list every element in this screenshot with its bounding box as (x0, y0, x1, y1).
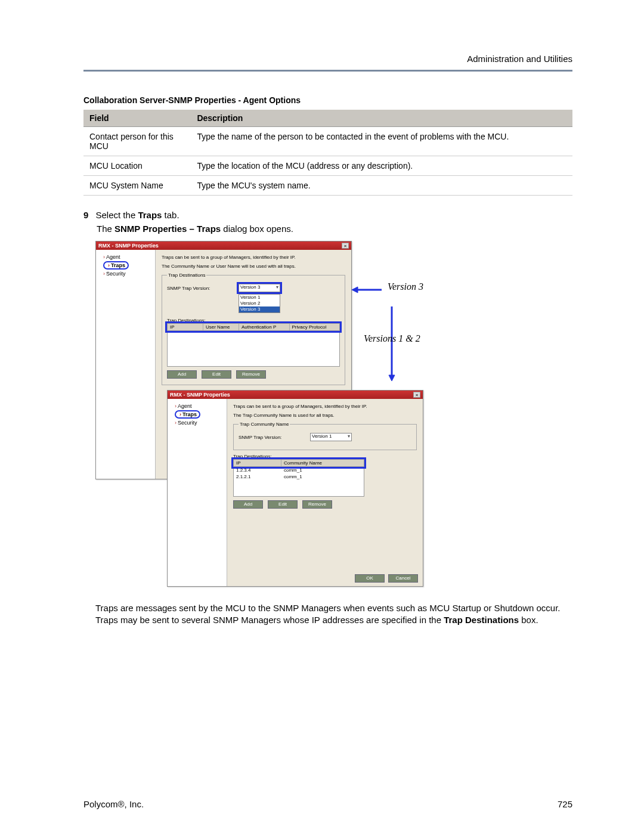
trap-destinations-label: Trap Destinations: (233, 454, 417, 459)
trap-table-body[interactable] (167, 331, 340, 367)
edit-button[interactable]: Edit (202, 370, 231, 379)
svg-marker-1 (352, 287, 358, 293)
trap-table-header: IP Community Name (233, 459, 364, 467)
window-titlebar: RMX - SNMP Properties × (96, 241, 351, 250)
remove-button[interactable]: Remove (302, 500, 332, 509)
table-row: MCU System Name Type the MCU's system na… (83, 176, 572, 196)
info-line-2: The Trap Community Name is used for all … (233, 413, 417, 418)
screenshot-composite: RMX - SNMP Properties × ›Agent ›Traps ›S… (95, 241, 513, 593)
trap-table-header: IP User Name Authentication P Privacy Pr… (167, 323, 340, 331)
nav-sidebar: ›Agent ›Traps ›Security (96, 250, 156, 479)
nav-security[interactable]: ›Security (98, 270, 153, 277)
nav-traps-label: Traps (182, 411, 197, 417)
nav-agent-label: Agent (178, 403, 192, 409)
trap-destinations-fieldset: Trap Destinations SNMP Trap Version: Ver… (162, 272, 345, 385)
nav-agent[interactable]: ›Agent (170, 402, 224, 410)
dialog-content: Traps can be sent to a group of Managers… (227, 399, 423, 586)
window-title: RMX - SNMP Properties (98, 243, 159, 249)
edit-button[interactable]: Edit (268, 500, 298, 509)
add-button[interactable]: Add (167, 370, 197, 379)
col-user: User Name (203, 324, 239, 330)
para-text: box. (519, 615, 538, 625)
col-ip: IP (234, 460, 281, 466)
remove-button[interactable]: Remove (236, 370, 266, 379)
cell-comm: comm_1 (281, 467, 364, 473)
cancel-button[interactable]: Cancel (388, 574, 418, 583)
col-auth: Authentication P (239, 324, 290, 330)
cell-field: MCU System Name (83, 176, 191, 196)
snmp-properties-window-v1: RMX - SNMP Properties × ›Agent ›Traps ›S… (167, 390, 423, 587)
table-row[interactable]: 2.1.2.1 comm_1 (234, 473, 364, 480)
close-icon[interactable]: × (413, 392, 420, 398)
step-text-pre: Select the (96, 210, 138, 220)
info-line-1: Traps can be sent to a group of Managers… (233, 404, 417, 409)
snmp-trap-version-label: SNMP Trap Version: (167, 286, 233, 291)
cell-comm: comm_1 (281, 473, 364, 480)
version-option-selected[interactable]: Version 3 (239, 306, 280, 312)
table-row: MCU Location Type the location of the MC… (83, 156, 572, 176)
version-option[interactable]: Version 1 (239, 295, 280, 301)
table-title: Collaboration Server-SNMP Properties - A… (83, 95, 572, 105)
footer-page: 725 (558, 799, 572, 809)
snmp-trap-version-select[interactable]: Version 1 (310, 433, 352, 441)
chevron-right-icon: › (175, 420, 177, 426)
trap-community-fieldset: Trap Community Name SNMP Trap Version: V… (233, 422, 417, 450)
window-title: RMX - SNMP Properties (170, 392, 230, 398)
traps-paragraph: Traps are messages sent by the MCU to th… (95, 602, 572, 627)
trap-table-body[interactable]: 1.2.3.4 comm_1 2.1.2.1 comm_1 (233, 467, 364, 497)
nav-sidebar: ›Agent ›Traps ›Security (168, 399, 227, 586)
chevron-right-icon: › (175, 403, 177, 409)
window-titlebar: RMX - SNMP Properties × (168, 391, 423, 399)
chevron-right-icon: › (103, 271, 105, 277)
trap-destinations-label: Trap Destinations: (167, 318, 340, 323)
arrow-left-icon (352, 286, 382, 294)
step-9: 9 Select the Traps tab. (83, 210, 572, 220)
section-header: Administration and Utilities (83, 54, 572, 64)
step-sub-post: dialog box opens. (221, 224, 293, 234)
chevron-right-icon: › (108, 262, 110, 268)
snmp-trap-version-label: SNMP Trap Version: (239, 435, 304, 440)
version-option[interactable]: Version 2 (239, 301, 280, 306)
col-description: Description (191, 110, 572, 127)
nav-security[interactable]: ›Security (170, 419, 224, 426)
fieldset-legend: Trap Community Name (239, 422, 290, 427)
svg-marker-3 (389, 375, 395, 381)
nav-agent-label: Agent (106, 254, 120, 260)
header-divider (83, 70, 572, 72)
col-community: Community Name (281, 460, 364, 466)
table-row[interactable]: 1.2.3.4 comm_1 (234, 467, 364, 473)
cell-ip: 1.2.3.4 (234, 467, 281, 473)
step-text-bold: Traps (138, 210, 162, 220)
col-field: Field (83, 110, 191, 127)
step-sub-bold: SNMP Properties – Traps (114, 224, 221, 234)
version-dropdown-list[interactable]: Version 1 Version 2 Version 3 (239, 294, 280, 313)
para-bold: Trap Destinations (444, 615, 519, 625)
nav-security-label: Security (178, 420, 197, 426)
info-line-2: The Community Name or User Name will be … (162, 264, 345, 269)
nav-traps[interactable]: ›Traps (98, 261, 153, 270)
annotation-v3: Version 3 (388, 281, 423, 292)
step-number: 9 (83, 210, 88, 220)
nav-traps-label: Traps (111, 262, 125, 268)
page-footer: Polycom®, Inc. 725 (83, 799, 572, 809)
chevron-right-icon: › (103, 254, 105, 260)
footer-company: Polycom®, Inc. (83, 799, 144, 809)
col-priv: Privacy Protocol (290, 324, 340, 330)
ok-button[interactable]: OK (355, 574, 385, 583)
step-text-post: tab. (162, 210, 179, 220)
close-icon[interactable]: × (342, 243, 349, 249)
cell-field: Contact person for this MCU (83, 127, 191, 156)
step-9-sub: The SNMP Properties – Traps dialog box o… (97, 224, 572, 234)
nav-traps[interactable]: ›Traps (170, 410, 224, 419)
nav-security-label: Security (106, 271, 126, 277)
cell-desc: Type the name of the person to be contac… (191, 127, 572, 156)
fieldset-legend: Trap Destinations (167, 272, 206, 278)
snmp-trap-version-select[interactable]: Version 3 (239, 284, 280, 292)
col-ip: IP (168, 324, 203, 330)
table-row: Contact person for this MCU Type the nam… (83, 127, 572, 156)
chevron-right-icon: › (179, 411, 181, 417)
agent-options-table: Field Description Contact person for thi… (83, 110, 572, 196)
cell-field: MCU Location (83, 156, 191, 176)
add-button[interactable]: Add (233, 500, 263, 509)
nav-agent[interactable]: ›Agent (98, 253, 153, 261)
